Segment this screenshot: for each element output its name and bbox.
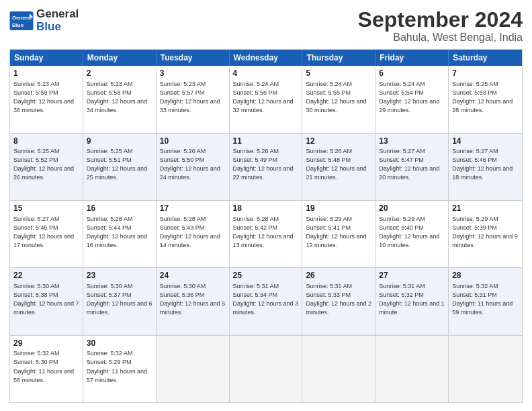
- cell-sep29: 29 Sunrise: 5:32 AMSunset: 5:30 PMDaylig…: [10, 336, 83, 402]
- cell-sep25: 25 Sunrise: 5:31 AMSunset: 5:34 PMDaylig…: [230, 268, 303, 334]
- title-block: September 2024 Bahula, West Bengal, Indi…: [358, 8, 523, 44]
- cell-sep14: 14 Sunrise: 5:27 AMSunset: 5:46 PMDaylig…: [449, 134, 522, 200]
- cell-sep7: 7 Sunrise: 5:25 AMSunset: 5:53 PMDayligh…: [449, 66, 522, 132]
- cell-sep4: 4 Sunrise: 5:24 AMSunset: 5:56 PMDayligh…: [230, 66, 303, 132]
- cell-sep10: 10 Sunrise: 5:26 AMSunset: 5:50 PMDaylig…: [157, 134, 230, 200]
- cal-row-1: 1 Sunrise: 5:23 AMSunset: 5:59 PMDayligh…: [10, 66, 522, 132]
- col-monday: Monday: [83, 50, 157, 66]
- cell-empty-3: [302, 336, 375, 402]
- col-tuesday: Tuesday: [157, 50, 230, 66]
- col-wednesday: Wednesday: [230, 50, 303, 66]
- logo: General Blue General Blue: [9, 8, 79, 33]
- location-title: Bahula, West Bengal, India: [358, 32, 523, 44]
- col-sunday: Sunday: [10, 50, 83, 66]
- logo-blue-text: Blue: [36, 21, 79, 34]
- cell-sep24: 24 Sunrise: 5:30 AMSunset: 5:36 PMDaylig…: [157, 268, 230, 334]
- col-friday: Friday: [375, 50, 449, 66]
- cell-empty-2: [230, 336, 303, 402]
- col-saturday: Saturday: [449, 50, 522, 66]
- cell-sep16: 16 Sunrise: 5:28 AMSunset: 5:44 PMDaylig…: [83, 201, 157, 267]
- cal-row-4: 22 Sunrise: 5:30 AMSunset: 5:38 PMDaylig…: [10, 267, 522, 334]
- calendar-header-row: Sunday Monday Tuesday Wednesday Thursday…: [10, 50, 522, 66]
- cell-sep6: 6 Sunrise: 5:24 AMSunset: 5:54 PMDayligh…: [375, 66, 449, 132]
- month-title: September 2024: [358, 8, 523, 32]
- cell-empty-1: [157, 336, 230, 402]
- logo-icon: General Blue: [9, 11, 34, 30]
- svg-text:Blue: Blue: [12, 21, 24, 28]
- cell-sep23: 23 Sunrise: 5:30 AMSunset: 5:37 PMDaylig…: [83, 268, 157, 334]
- header: General Blue General Blue September 2024…: [9, 8, 523, 44]
- cell-sep20: 20 Sunrise: 5:29 AMSunset: 5:40 PMDaylig…: [375, 201, 449, 267]
- cell-sep28: 28 Sunrise: 5:32 AMSunset: 5:31 PMDaylig…: [449, 268, 522, 334]
- cell-sep2: 2 Sunrise: 5:23 AMSunset: 5:58 PMDayligh…: [83, 66, 157, 132]
- cell-sep12: 12 Sunrise: 5:26 AMSunset: 5:48 PMDaylig…: [302, 134, 375, 200]
- cell-sep15: 15 Sunrise: 5:27 AMSunset: 5:45 PMDaylig…: [10, 201, 83, 267]
- cell-sep26: 26 Sunrise: 5:31 AMSunset: 5:33 PMDaylig…: [302, 268, 375, 334]
- cell-sep8: 8 Sunrise: 5:25 AMSunset: 5:52 PMDayligh…: [10, 134, 83, 200]
- cell-sep27: 27 Sunrise: 5:31 AMSunset: 5:32 PMDaylig…: [375, 268, 449, 334]
- cell-sep11: 11 Sunrise: 5:26 AMSunset: 5:49 PMDaylig…: [230, 134, 303, 200]
- cell-sep9: 9 Sunrise: 5:25 AMSunset: 5:51 PMDayligh…: [83, 134, 157, 200]
- logo-general-text: General: [36, 8, 79, 21]
- svg-text:General: General: [12, 15, 32, 21]
- calendar-body: 1 Sunrise: 5:23 AMSunset: 5:59 PMDayligh…: [10, 66, 522, 402]
- cell-sep13: 13 Sunrise: 5:27 AMSunset: 5:47 PMDaylig…: [375, 134, 449, 200]
- cell-sep19: 19 Sunrise: 5:29 AMSunset: 5:41 PMDaylig…: [302, 201, 375, 267]
- cell-sep3: 3 Sunrise: 5:23 AMSunset: 5:57 PMDayligh…: [157, 66, 230, 132]
- cal-row-5: 29 Sunrise: 5:32 AMSunset: 5:30 PMDaylig…: [10, 335, 522, 402]
- col-thursday: Thursday: [302, 50, 375, 66]
- cell-sep30: 30 Sunrise: 5:32 AMSunset: 5:29 PMDaylig…: [83, 336, 157, 402]
- cell-sep18: 18 Sunrise: 5:28 AMSunset: 5:42 PMDaylig…: [230, 201, 303, 267]
- cell-sep1: 1 Sunrise: 5:23 AMSunset: 5:59 PMDayligh…: [10, 66, 83, 132]
- cell-sep22: 22 Sunrise: 5:30 AMSunset: 5:38 PMDaylig…: [10, 268, 83, 334]
- cell-sep21: 21 Sunrise: 5:29 AMSunset: 5:39 PMDaylig…: [449, 201, 522, 267]
- calendar: Sunday Monday Tuesday Wednesday Thursday…: [9, 49, 523, 403]
- cal-row-3: 15 Sunrise: 5:27 AMSunset: 5:45 PMDaylig…: [10, 200, 522, 267]
- cal-row-2: 8 Sunrise: 5:25 AMSunset: 5:52 PMDayligh…: [10, 133, 522, 200]
- page: General Blue General Blue September 2024…: [0, 0, 532, 411]
- cell-empty-4: [375, 336, 449, 402]
- cell-empty-5: [449, 336, 522, 402]
- cell-sep17: 17 Sunrise: 5:28 AMSunset: 5:43 PMDaylig…: [157, 201, 230, 267]
- cell-sep5: 5 Sunrise: 5:24 AMSunset: 5:55 PMDayligh…: [302, 66, 375, 132]
